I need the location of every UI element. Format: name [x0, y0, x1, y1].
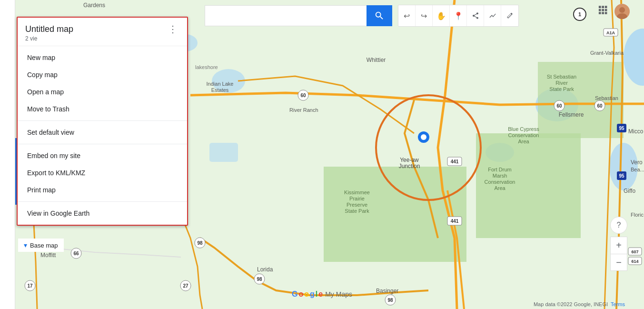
svg-text:Floric...: Floric... — [631, 212, 644, 218]
search-bar — [205, 5, 392, 26]
svg-point-13 — [421, 134, 426, 140]
svg-text:State Park: State Park — [345, 208, 369, 214]
svg-text:98: 98 — [387, 298, 393, 303]
google-earth-item[interactable]: View in Google Earth — [18, 205, 187, 222]
svg-text:Lorida: Lorida — [257, 266, 273, 273]
svg-text:441: 441 — [451, 219, 459, 224]
open-map-item[interactable]: Open a map — [18, 83, 187, 100]
move-trash-item[interactable]: Move to Trash — [18, 100, 187, 118]
svg-text:98: 98 — [257, 277, 262, 282]
ruler-button[interactable] — [501, 5, 518, 26]
svg-point-84 — [619, 7, 625, 13]
svg-text:River: River — [555, 80, 568, 86]
map-subtitle: 2 vie — [25, 35, 73, 42]
menu-group-4: View in Google Earth — [18, 202, 187, 225]
svg-text:A1A: A1A — [606, 30, 615, 35]
menu-group-3: Embed on my site Export to KML/KMZ Print… — [18, 144, 187, 202]
svg-text:Preserve: Preserve — [347, 202, 367, 208]
svg-text:State Park: State Park — [549, 86, 574, 92]
line-tool-button[interactable] — [484, 5, 501, 26]
svg-rect-7 — [209, 143, 238, 162]
menu-group-2: Set default view — [18, 121, 187, 144]
svg-text:Marsh: Marsh — [493, 173, 507, 179]
svg-text:Junction: Junction — [399, 163, 420, 169]
svg-text:95: 95 — [619, 126, 624, 131]
svg-text:60: 60 — [597, 103, 603, 109]
copy-map-item[interactable]: Copy map — [18, 66, 187, 83]
help-button[interactable]: ? — [610, 217, 627, 234]
svg-text:27: 27 — [183, 283, 188, 289]
map-title: Untitled map — [25, 24, 73, 34]
print-map-item[interactable]: Print map — [18, 181, 187, 199]
menu-group-1: New map Copy map Open a map Move to Tras… — [18, 46, 187, 121]
new-map-item[interactable]: New map — [18, 49, 187, 66]
svg-text:607: 607 — [631, 249, 638, 254]
svg-text:441: 441 — [451, 159, 459, 164]
map-panel-header: Untitled map 2 vie ⋮ — [18, 18, 187, 46]
svg-text:Vero: Vero — [631, 159, 643, 166]
svg-text:Area: Area — [518, 139, 529, 144]
redo-button[interactable]: ↪ — [416, 5, 433, 26]
svg-text:Estates: Estates — [211, 87, 229, 93]
svg-rect-8 — [324, 167, 466, 262]
attribution-text: Map data ©2022 Google, INEGI — [534, 301, 608, 307]
svg-text:Micco: Micco — [628, 128, 644, 135]
svg-text:Bea...: Bea... — [631, 167, 644, 172]
svg-text:Yee-aw: Yee-aw — [400, 157, 419, 163]
export-kml-item[interactable]: Export to KML/KMZ — [18, 164, 187, 181]
avatar-image — [614, 4, 630, 19]
svg-text:95: 95 — [619, 173, 624, 179]
svg-text:Whittier: Whittier — [367, 57, 386, 63]
svg-text:River Ranch: River Ranch — [289, 107, 318, 113]
svg-rect-9 — [476, 133, 581, 238]
svg-text:Conservation: Conservation — [508, 132, 539, 138]
three-dots-menu-button[interactable]: ⋮ — [166, 24, 179, 34]
left-sidebar-strip — [0, 0, 15, 309]
search-input[interactable] — [205, 5, 367, 26]
svg-text:Fellsmere: Fellsmere — [559, 111, 584, 118]
svg-text:lakeshore: lakeshore — [195, 64, 218, 70]
svg-text:Gardens: Gardens — [83, 2, 105, 9]
marker-button[interactable]: 📍 — [450, 5, 467, 26]
svg-text:Moffitt: Moffitt — [40, 252, 56, 259]
share-button[interactable] — [467, 5, 484, 26]
svg-text:Fort Drum: Fort Drum — [488, 167, 512, 172]
zoom-out-button[interactable]: − — [610, 254, 627, 271]
google-apps-icon[interactable] — [597, 5, 611, 18]
search-button[interactable] — [367, 5, 392, 26]
svg-text:98: 98 — [197, 240, 203, 246]
tool-buttons: ↩ ↪ ✋ 📍 — [398, 5, 519, 27]
basemap-section[interactable]: ▾ Base map — [18, 239, 64, 252]
hand-tool-button[interactable]: ✋ — [433, 5, 450, 26]
svg-text:Indian Lake: Indian Lake — [207, 81, 234, 87]
svg-text:Giffo: Giffo — [624, 188, 635, 194]
svg-text:Blue Cypress: Blue Cypress — [508, 126, 539, 132]
toolbar: ↩ ↪ ✋ 📍 — [205, 5, 519, 27]
svg-text:17: 17 — [27, 283, 33, 289]
svg-text:Conservation: Conservation — [485, 179, 515, 185]
profile-area — [597, 4, 630, 19]
dropdown-menu: New map Copy map Open a map Move to Tras… — [18, 46, 187, 225]
svg-text:60: 60 — [300, 93, 306, 98]
embed-site-item[interactable]: Embed on my site — [18, 147, 187, 164]
svg-text:Sebastian: Sebastian — [595, 95, 618, 101]
zoom-in-button[interactable]: + — [610, 237, 627, 254]
svg-text:Grant-Valkaria: Grant-Valkaria — [590, 50, 624, 56]
user-avatar[interactable] — [614, 4, 630, 19]
undo-button[interactable]: ↩ — [398, 5, 416, 26]
svg-text:Kissimmee: Kissimmee — [344, 189, 370, 195]
svg-text:1: 1 — [578, 11, 581, 17]
svg-text:Basinger: Basinger — [376, 288, 398, 294]
terms-link[interactable]: Terms — [611, 301, 625, 307]
set-default-item[interactable]: Set default view — [18, 124, 187, 141]
map-panel: Untitled map 2 vie ⋮ New map Copy map Op… — [17, 17, 188, 226]
svg-text:66: 66 — [73, 251, 79, 256]
basemap-label: Base map — [30, 242, 58, 249]
zoom-controls: + − — [610, 237, 627, 271]
svg-text:Prairie: Prairie — [349, 196, 365, 201]
google-logo: Google My Maps — [292, 290, 352, 299]
svg-text:Area: Area — [494, 185, 505, 191]
map-attribution: Map data ©2022 Google, INEGI Terms — [534, 301, 625, 307]
svg-text:60: 60 — [556, 103, 562, 109]
svg-text:614: 614 — [631, 259, 638, 264]
